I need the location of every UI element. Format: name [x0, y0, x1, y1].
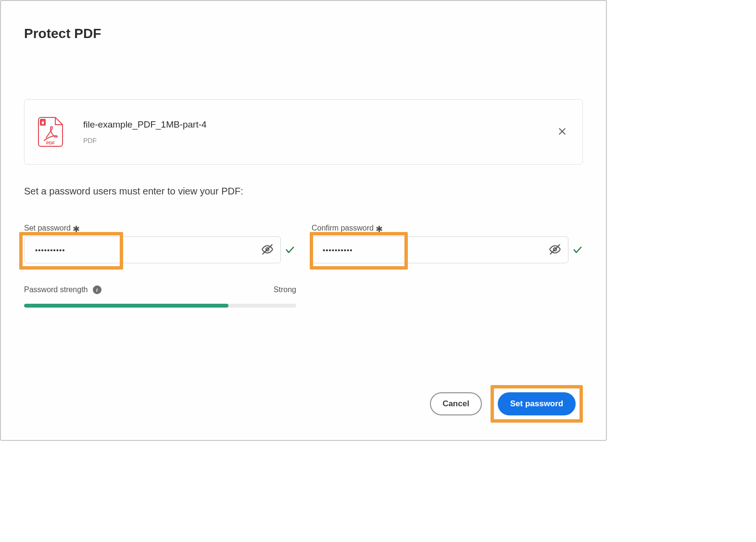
file-name: file-example_PDF_1MB-part-4 — [83, 119, 535, 130]
password-strength-value: Strong — [274, 285, 296, 294]
toggle-visibility-button[interactable] — [547, 241, 563, 259]
info-icon[interactable]: i — [93, 285, 101, 294]
dialog-title: Protect PDF — [24, 26, 583, 41]
toggle-visibility-button[interactable] — [259, 241, 276, 259]
file-card: PDF file-example_PDF_1MB-part-4 PDF — [24, 99, 583, 165]
password-strength-section: Password strength i Strong — [24, 285, 296, 308]
set-password-field: Set password ✱ — [24, 224, 295, 263]
svg-rect-1 — [42, 122, 44, 124]
password-strength-fill — [24, 304, 228, 308]
required-asterisk-icon: ✱ — [376, 225, 383, 233]
close-icon — [557, 130, 567, 138]
set-password-input[interactable] — [35, 246, 259, 254]
eye-off-icon — [549, 243, 561, 257]
cancel-button[interactable]: Cancel — [430, 392, 482, 415]
password-strength-label: Password strength — [24, 285, 88, 294]
check-icon — [572, 245, 583, 255]
annotation-highlight: Set password — [491, 385, 583, 423]
check-icon — [285, 245, 295, 255]
confirm-password-input[interactable] — [323, 246, 547, 254]
eye-off-icon — [261, 243, 274, 257]
dialog-footer: Cancel Set password — [430, 385, 583, 423]
required-asterisk-icon: ✱ — [73, 225, 80, 233]
protect-pdf-dialog: Protect PDF PDF file-example_PDF_1MB-par… — [0, 0, 607, 441]
instruction-text: Set a password users must enter to view … — [24, 186, 583, 197]
set-password-button[interactable]: Set password — [498, 392, 576, 415]
pdf-file-icon: PDF — [38, 117, 63, 147]
svg-text:PDF: PDF — [46, 141, 55, 145]
password-strength-bar — [24, 304, 296, 308]
set-password-label: Set password — [24, 224, 71, 232]
confirm-password-field: Confirm password ✱ — [312, 224, 583, 263]
confirm-password-label: Confirm password — [312, 224, 374, 232]
remove-file-button[interactable] — [555, 125, 569, 140]
file-type: PDF — [83, 137, 535, 144]
